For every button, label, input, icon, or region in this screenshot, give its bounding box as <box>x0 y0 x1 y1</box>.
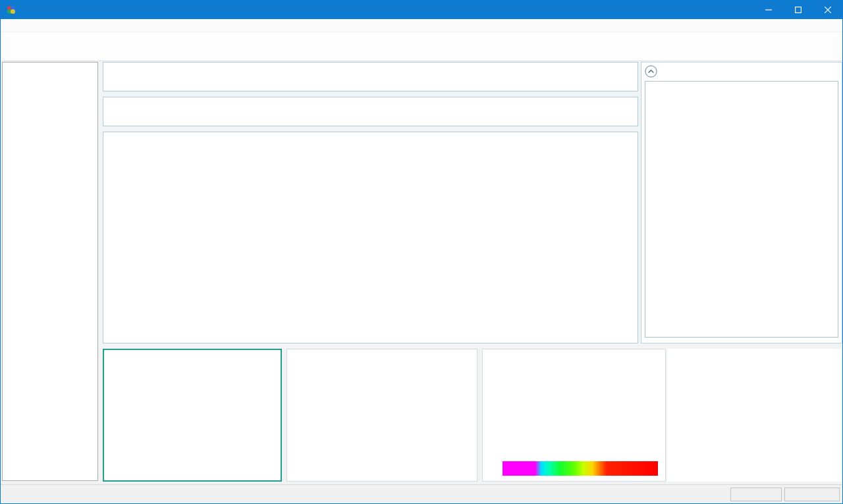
minimize-button[interactable] <box>753 1 783 19</box>
content-area <box>1 61 842 484</box>
sample-tree <box>2 62 98 481</box>
samples-panel <box>103 132 638 343</box>
app-logo-icon <box>6 5 16 15</box>
maximize-button[interactable] <box>783 1 813 19</box>
auto-mode-button[interactable] <box>730 488 782 501</box>
spectrum-bar <box>503 461 658 476</box>
lab-color-wheel-panel <box>667 349 841 482</box>
standard-panel <box>103 97 638 126</box>
tolerance-panel <box>103 62 638 91</box>
dab-dl-scatter-panel <box>103 349 282 482</box>
cielab-card <box>645 81 838 338</box>
reflectance-panel <box>482 349 666 482</box>
titlebar <box>1 1 842 19</box>
app-window <box>0 0 843 504</box>
statusbar <box>1 484 842 503</box>
close-button[interactable] <box>813 1 842 19</box>
status-pane <box>784 488 840 501</box>
deab-trend-panel <box>286 349 477 482</box>
menubar <box>1 19 842 32</box>
toolbar <box>1 32 842 61</box>
color-difference-panel <box>641 62 842 343</box>
collapse-chevron-icon[interactable] <box>645 65 657 78</box>
